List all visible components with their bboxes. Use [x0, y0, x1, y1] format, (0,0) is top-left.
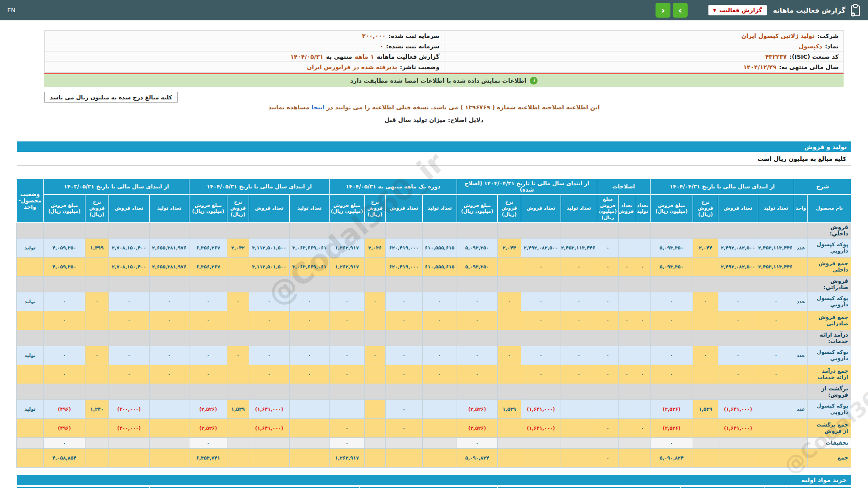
info-label: کد صنعت (ISIC): — [789, 53, 839, 60]
table-cell — [635, 330, 650, 346]
next-report-button[interactable]: › — [673, 3, 688, 18]
table-cell: ۰ — [422, 346, 457, 365]
table-cell — [43, 276, 85, 292]
info-left-cell: وضعیت ناشر: پذیرفته شده در فرابورس ایران — [45, 62, 444, 72]
table-cell: ۰ — [597, 311, 618, 330]
column-header: نرخ فروش (ریال) — [497, 195, 521, 223]
table-cell — [718, 437, 758, 448]
table-cell: ۴,۰۵۹,۳۵۰ — [43, 257, 85, 276]
info-left-cell: سرمایه ثبت شده: ۳۰۰,۰۰۰ — [45, 31, 444, 41]
table-cell — [758, 448, 794, 467]
table-cell: عدد — [794, 292, 807, 311]
table-cell — [521, 330, 561, 346]
table-cell: ۰ — [650, 365, 693, 384]
table-cell — [364, 365, 385, 384]
product-name-cell: جمع فروش صادراتی — [808, 311, 851, 330]
table-cell: ۰ — [289, 311, 329, 330]
table-cell: (۱,۶۴۱,۰۰۰) — [249, 399, 289, 418]
table-cell: ۰ — [227, 346, 249, 365]
table-cell — [249, 384, 289, 399]
table-cell — [364, 384, 385, 399]
product-name-cell: فروش داخلي: — [808, 222, 851, 238]
table-cell — [794, 384, 807, 399]
table-cell: ۰ — [521, 346, 561, 365]
table-cell — [497, 418, 521, 437]
table-cell — [618, 448, 635, 467]
column-header: مبلغ فروش (میلیون ریال) — [329, 195, 364, 223]
table-cell — [650, 330, 693, 346]
column-header: مبلغ فروش (میلیون ریال) — [189, 195, 227, 223]
language-toggle-en[interactable]: EN — [7, 7, 15, 14]
table-cell — [289, 330, 329, 346]
table-cell — [758, 222, 794, 238]
table-cell: ۰ — [521, 257, 561, 276]
table-cell: ۵,۰۹۰,۸۲۴ — [457, 448, 497, 467]
table-cell: ۰ — [227, 292, 249, 311]
table-cell: (۴۰۰,۰۰۰) — [108, 418, 149, 437]
table-cell: عدد — [794, 346, 807, 365]
table-cell: ۳,۰۶۳,۶۶۹,۰۶۱ — [289, 257, 329, 276]
table-cell: ۰ — [650, 311, 693, 330]
table-cell — [635, 222, 650, 238]
table-cell — [497, 448, 521, 467]
table-cell — [597, 437, 618, 448]
table-cell: ۰ — [385, 365, 422, 384]
table-cell — [227, 448, 249, 467]
table-cell — [457, 276, 497, 292]
table-cell: ۰ — [597, 365, 618, 384]
amounts-unit-box: کلیه مبالغ درج شده به میلیون ریال می باش… — [44, 92, 178, 103]
table-cell — [149, 276, 189, 292]
info-value: پذیرفته شده در فرابورس ایران — [307, 64, 397, 70]
table-cell: ۰ — [597, 292, 618, 311]
table-cell — [597, 399, 618, 418]
table-cell — [457, 330, 497, 346]
table-cell: ۰ — [597, 448, 618, 467]
previous-version-link[interactable]: اینجا — [311, 104, 325, 111]
table-cell — [457, 222, 497, 238]
table-cell — [718, 276, 758, 292]
table-cell — [693, 330, 718, 346]
table-cell — [422, 330, 457, 346]
info-right-cell: شرکت: تولید ژلاتین کپسول ایران — [444, 31, 843, 41]
table-cell: ۱,۴۹۹ — [85, 238, 108, 257]
table-cell — [561, 399, 597, 418]
column-header: مبلغ فروش (میلیون ریال) — [43, 195, 85, 223]
column-group-header: از ابتدای سال مالی تا تاریخ ۱۴۰۳/۰۵/۳۱ — [43, 179, 189, 195]
table-cell — [329, 384, 364, 399]
table-cell: ۰ — [249, 365, 289, 384]
production-sales-subtitle: کلیه مبالغ به میلیون ریال است — [17, 152, 851, 166]
table-cell — [329, 330, 364, 346]
table-cell — [364, 418, 385, 437]
table-cell: ۱,۲۶۲,۹۱۷ — [329, 257, 364, 276]
product-status-cell — [16, 365, 43, 384]
table-cell — [693, 222, 718, 238]
table-cell — [497, 257, 521, 276]
table-cell — [189, 222, 227, 238]
table-cell — [85, 437, 108, 448]
table-cell: ۰ — [718, 365, 758, 384]
table-cell — [650, 384, 693, 399]
product-status-cell: تولید — [16, 399, 43, 418]
table-cell: ۴,۰۵۸,۸۵۴ — [43, 448, 85, 467]
table-cell: ۰ — [650, 437, 693, 448]
report-type-dropdown[interactable]: گزارش فعالیت ▼ — [708, 5, 767, 15]
table-cell — [289, 448, 329, 467]
previous-report-button[interactable]: ‹ — [656, 3, 670, 18]
table-cell — [108, 276, 149, 292]
table-cell — [422, 276, 457, 292]
table-cell: ۰ — [149, 346, 189, 365]
table-cell — [364, 448, 385, 467]
table-cell: ۰ — [422, 311, 457, 330]
table-cell: ۰ — [693, 292, 718, 311]
table-cell — [108, 222, 149, 238]
table-cell — [718, 384, 758, 399]
table-cell: ۲,۰۴۴ — [693, 238, 718, 257]
table-cell: ۵,۰۹۳,۳۵۰ — [650, 257, 693, 276]
table-cell — [561, 276, 597, 292]
table-cell: ۰ — [521, 311, 561, 330]
column-group-header: اصلاحات — [597, 179, 650, 195]
product-name-cell: پوکه کپسول دارويي — [808, 292, 851, 311]
table-row: برگشت از فروش: — [16, 384, 851, 399]
info-label: گزارش فعالیت ماهانه — [377, 53, 439, 60]
table-cell: ۰ — [189, 311, 227, 330]
